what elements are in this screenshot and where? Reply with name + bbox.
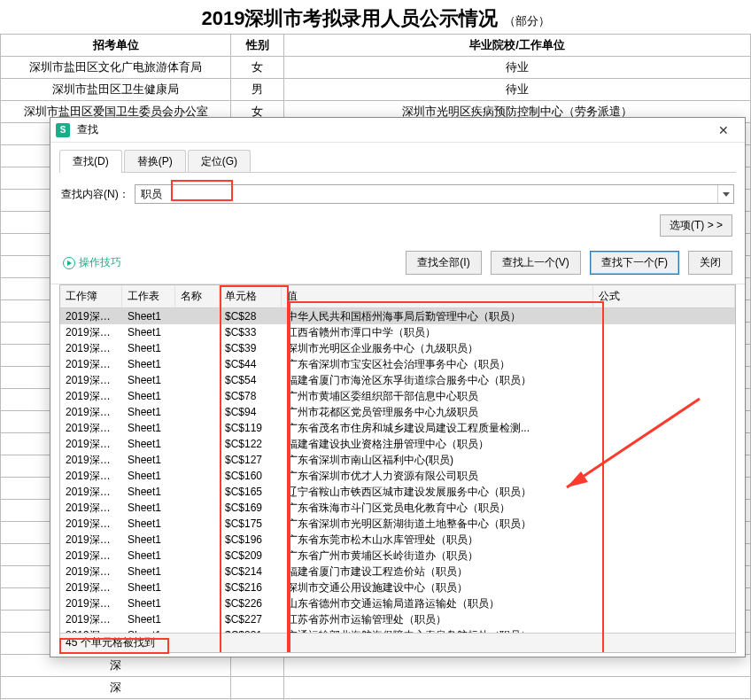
options-button[interactable]: 选项(T) > > <box>660 214 732 237</box>
result-cell <box>175 475 220 477</box>
result-cell <box>175 618 220 620</box>
result-cell <box>175 571 220 572</box>
result-row[interactable]: 2019深圳...Sheet1$C$28中华人民共和国梧州海事局后勤管理中心（职… <box>60 308 735 324</box>
cell[interactable]: 待业 <box>284 79 751 101</box>
result-cell: 2019深圳... <box>60 340 122 357</box>
result-cell: Sheet1 <box>122 325 175 339</box>
hdr-formula[interactable]: 公式 <box>593 285 735 307</box>
cell[interactable]: 深 <box>1 655 231 677</box>
tab-goto[interactable]: 定位(G) <box>188 150 251 173</box>
search-input[interactable] <box>135 185 717 203</box>
result-row[interactable]: 2019深圳...Sheet1$C$39深圳市光明区企业服务中心（九级职员） <box>60 340 735 356</box>
result-cell: Sheet1 <box>122 309 175 323</box>
result-cell: $C$28 <box>220 309 282 323</box>
cell[interactable]: 女 <box>231 57 284 79</box>
result-cell: Sheet1 <box>122 389 175 403</box>
result-cell: 2019深圳... <box>60 452 122 469</box>
close-icon[interactable]: ✕ <box>708 121 739 140</box>
result-cell: 2019深圳... <box>60 404 122 421</box>
result-row[interactable]: 2019深圳...Sheet1$C$196广东省东莞市松木山水库管理处（职员） <box>60 532 735 548</box>
result-cell <box>175 315 220 317</box>
result-cell: Sheet1 <box>122 501 175 515</box>
header-gender: 性别 <box>231 35 284 57</box>
result-cell <box>175 443 220 445</box>
result-cell: $C$227 <box>220 612 282 626</box>
cell[interactable] <box>284 677 751 699</box>
result-row[interactable]: 2019深圳...Sheet1$C$227江苏省苏州市运输管理处（职员） <box>60 611 735 627</box>
result-cell: 2019深圳... <box>60 500 122 517</box>
hdr-cell[interactable]: 单元格 <box>220 285 282 307</box>
result-cell: $C$165 <box>220 485 282 499</box>
result-cell <box>175 331 220 333</box>
hdr-worksheet[interactable]: 工作表 <box>122 285 175 307</box>
cell[interactable]: 待业 <box>284 57 751 79</box>
find-next-button[interactable]: 查找下一个(F) <box>590 251 679 275</box>
sheet-title: 2019深圳市考拟录用人员公示情况 （部分） <box>0 0 751 34</box>
result-cell: Sheet1 <box>122 612 175 626</box>
result-row[interactable]: 2019深圳...Sheet1$C$226山东省德州市交通运输局道路运输处（职员… <box>60 595 735 611</box>
result-cell: $C$119 <box>220 421 282 435</box>
result-cell: Sheet1 <box>122 421 175 435</box>
result-cell: Sheet1 <box>122 517 175 531</box>
tips-label: 操作技巧 <box>79 255 121 270</box>
result-cell: $C$39 <box>220 341 282 355</box>
result-cell: $C$214 <box>220 564 282 579</box>
result-row[interactable]: 2019深圳...Sheet1$C$33江西省赣州市潭口中学（职员） <box>60 324 735 340</box>
tips-link[interactable]: 操作技巧 <box>63 255 121 270</box>
result-cell <box>593 347 735 349</box>
cell[interactable]: 深圳市盐田区文化广电旅游体育局 <box>1 57 231 79</box>
result-cell: 2019深圳... <box>60 484 122 501</box>
find-prev-button[interactable]: 查找上一个(V) <box>491 251 581 275</box>
result-cell: $C$216 <box>220 580 282 595</box>
sheet-title-sub: （部分） <box>504 14 550 27</box>
table-row: 深 <box>1 655 751 677</box>
result-cell: $C$44 <box>220 357 282 371</box>
result-cell: $C$209 <box>220 548 282 563</box>
result-cell: Sheet1 <box>122 357 175 371</box>
result-row[interactable]: 2019深圳...Sheet1$C$175广东省深圳市光明区新湖街道土地整备中心… <box>60 516 735 532</box>
cell[interactable] <box>284 655 751 677</box>
find-all-button[interactable]: 查找全部(I) <box>406 251 481 275</box>
hdr-name[interactable]: 名称 <box>175 285 220 307</box>
hdr-workbook[interactable]: 工作簿 <box>60 285 122 307</box>
result-row[interactable]: 2019深圳...Sheet1$C$44广东省深圳市宝安区社会治理事务中心（职员… <box>60 356 735 372</box>
result-cell: 2019深圳... <box>60 595 122 612</box>
cell[interactable]: 深圳市盐田区卫生健康局 <box>1 79 231 101</box>
result-row[interactable]: 2019深圳...Sheet1$C$214福建省厦门市建设工程造价站（职员） <box>60 564 735 579</box>
result-cell <box>593 315 735 317</box>
result-cell: 深圳市光明区企业服务中心（九级职员） <box>282 340 593 357</box>
result-cell: 2019深圳... <box>60 532 122 548</box>
chevron-down-icon <box>723 192 730 197</box>
result-cell: $C$127 <box>220 453 282 467</box>
cell[interactable] <box>231 655 284 677</box>
result-cell <box>175 587 220 588</box>
button-row: 操作技巧 查找全部(I) 查找上一个(V) 查找下一个(F) 关闭 <box>50 245 745 284</box>
results-header: 工作簿 工作表 名称 单元格 值 公式 <box>60 285 735 308</box>
result-cell: 江苏省苏州市运输管理处（职员） <box>282 611 593 628</box>
result-row[interactable]: 2019深圳...Sheet1$C$216深圳市交通公用设施建设中心（职员） <box>60 579 735 595</box>
tab-find[interactable]: 查找(D) <box>59 150 122 173</box>
result-cell: 广东省深圳市光明区新湖街道土地整备中心（职员） <box>282 516 593 533</box>
result-cell: Sheet1 <box>122 453 175 467</box>
cell[interactable]: 男 <box>231 79 284 101</box>
tab-replace[interactable]: 替换(P) <box>124 150 186 173</box>
hdr-value[interactable]: 值 <box>282 285 593 307</box>
result-cell: $C$122 <box>220 437 282 451</box>
result-row[interactable]: 2019深圳...Sheet1$C$209广东省广州市黄埔区长岭街道办（职员） <box>60 548 735 564</box>
result-row[interactable]: 2019深圳...Sheet1$C$54福建省厦门市海沧区东孚街道综合服务中心（… <box>60 372 735 388</box>
cell[interactable]: 深 <box>1 677 231 699</box>
result-cell: 2019深圳... <box>60 579 122 596</box>
result-cell: 2019深圳... <box>60 611 122 628</box>
result-cell <box>175 363 220 365</box>
result-cell <box>175 539 220 541</box>
result-cell: 2019深圳... <box>60 564 122 580</box>
result-cell <box>175 555 220 556</box>
result-cell: Sheet1 <box>122 564 175 579</box>
result-cell: 2019深圳... <box>60 548 122 564</box>
result-cell <box>175 523 220 525</box>
close-button[interactable]: 关闭 <box>688 251 732 275</box>
result-cell: Sheet1 <box>122 596 175 611</box>
search-dropdown-button[interactable] <box>717 185 733 203</box>
result-cell: 2019深圳... <box>60 356 122 373</box>
cell[interactable] <box>231 677 284 699</box>
